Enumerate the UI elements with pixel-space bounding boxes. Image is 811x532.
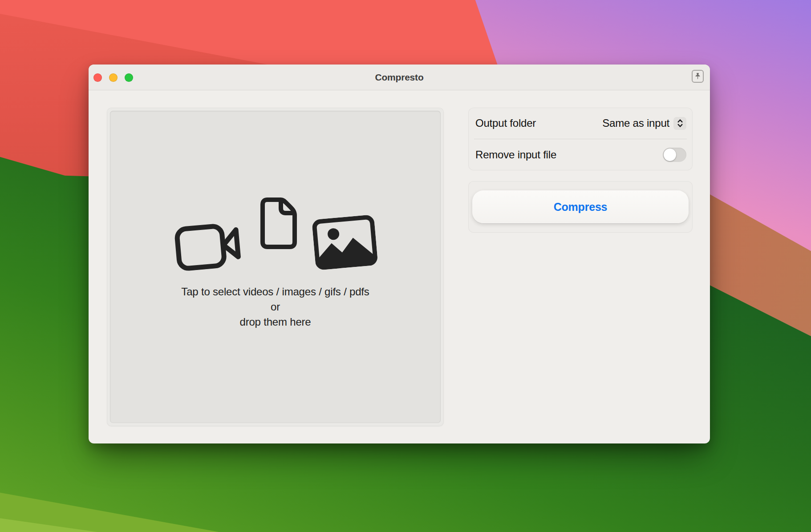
dropzone-line-3: drop them here <box>107 314 444 330</box>
document-icon <box>257 197 300 252</box>
remove-input-file-label: Remove input file <box>475 149 556 161</box>
dropzone-line-1: Tap to select videos / images / gifs / p… <box>107 284 444 299</box>
pushpin-icon <box>694 72 702 81</box>
output-folder-select[interactable]: Same as input <box>602 117 686 130</box>
remove-input-file-toggle[interactable] <box>663 148 686 162</box>
dropzone-instructions: Tap to select videos / images / gifs / p… <box>107 284 444 330</box>
chevron-up-down-icon <box>673 117 686 130</box>
pin-window-button[interactable] <box>692 70 704 83</box>
compress-button[interactable]: Compress <box>472 190 689 223</box>
video-camera-icon <box>173 218 244 274</box>
app-window: Compresto <box>89 64 710 443</box>
window-titlebar[interactable]: Compresto <box>89 64 710 90</box>
toggle-knob <box>664 149 676 161</box>
dropzone-line-2: or <box>107 299 444 314</box>
output-folder-row: Output folder Same as input <box>468 108 693 139</box>
compress-card: Compress <box>468 181 693 233</box>
settings-card: Output folder Same as input Remove input… <box>468 108 693 170</box>
output-folder-value: Same as input <box>602 117 669 129</box>
desktop: Compresto <box>0 0 811 532</box>
file-dropzone[interactable]: Tap to select videos / images / gifs / p… <box>107 108 444 426</box>
output-folder-label: Output folder <box>475 117 536 129</box>
window-title: Compresto <box>89 72 710 83</box>
dropzone-well <box>110 111 441 423</box>
photo-icon <box>312 214 378 272</box>
remove-input-file-row: Remove input file <box>468 139 693 170</box>
